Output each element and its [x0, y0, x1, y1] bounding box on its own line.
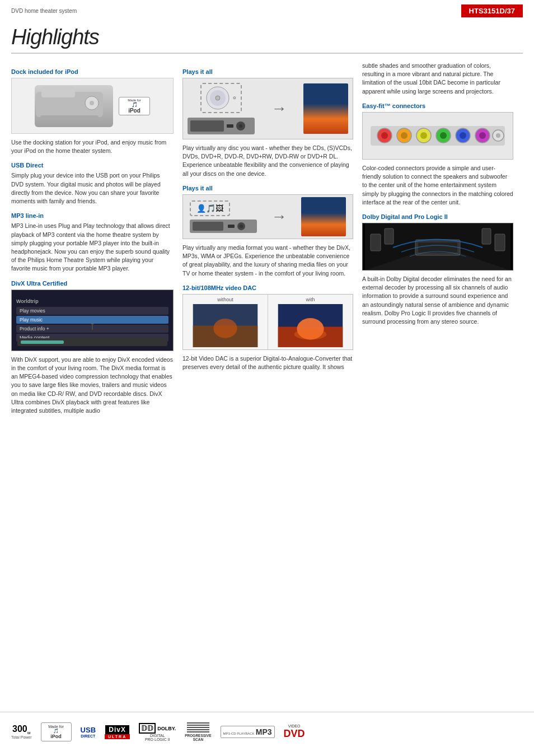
photo-icon: 🖼 [216, 204, 223, 213]
divx-body: With DivX support, you are able to enjoy… [11, 356, 174, 416]
dac-image: without with [182, 294, 353, 350]
svg-point-16 [240, 225, 243, 228]
mid-column: Plays it all ⊙ [182, 62, 353, 419]
svg-rect-51 [187, 731, 209, 732]
svg-point-7 [216, 96, 220, 100]
usb-direct-label: DIRECT [81, 734, 95, 738]
svg-point-24 [294, 329, 327, 339]
divx-logo-text: DivX [105, 725, 129, 734]
divx-title: DivX Ultra Certified [11, 280, 174, 287]
dock-ipod-body: Use the docking station for your iPod, a… [11, 138, 174, 155]
plays-all-2-body: Play virtually any media format you want… [182, 244, 353, 278]
media-dotted-box: 👤 🎵 🖼 [190, 200, 230, 216]
progressive-scan-text: PROGRESSIVESCAN [185, 734, 211, 741]
svg-rect-47 [187, 722, 209, 724]
dvd-main-text: DVD [284, 728, 305, 740]
mp3-line-in-body: MP3 Line-in uses Plug and Play technolog… [11, 222, 174, 273]
dac-with-label: with [306, 297, 315, 302]
ipod-made-for-badge: Made for 🎵 iPod [119, 97, 150, 115]
plays-all-1-body: Play virtually any disc you want - wheth… [182, 144, 353, 178]
svg-point-27 [381, 132, 388, 139]
svg-rect-42 [418, 242, 457, 253]
svg-point-33 [440, 132, 447, 139]
dock-ipod-title: Dock included for iPod [11, 68, 174, 75]
left-column: Dock included for iPod Ma [11, 62, 174, 419]
dac-continued-body: subtle shades and smoother graduation of… [362, 62, 513, 96]
music-icon: 🎵 [206, 204, 216, 213]
mp3-cd-playback-text: MP3-CD PLAYBACK [223, 732, 255, 735]
sunset-image-1 [303, 83, 348, 134]
footer: 300w Total Power Made for 🎵 iPod USB DIR… [0, 712, 534, 745]
dolby-dd-icon: 𝔻𝔻 [139, 723, 156, 734]
media-icons-container: 👤 🎵 🖼 [190, 200, 257, 233]
dolby-title: Dolby Digital and Pro Logic II [362, 213, 513, 220]
dac-without-svg [185, 304, 265, 347]
dac-title: 12-bit/108MHz video DAC [182, 284, 353, 291]
svg-rect-14 [193, 222, 223, 231]
connectors-svg [371, 118, 505, 154]
dolby-body: A built-in Dolby Digital decoder elimina… [362, 275, 513, 326]
progressive-lines [187, 722, 209, 732]
plays-all-2-image: 👤 🎵 🖼 → [182, 194, 353, 239]
plays-arrow-2: → [271, 208, 287, 226]
divx-item-1: Play movies [16, 307, 168, 315]
dolby-svg [365, 223, 510, 270]
svg-point-20 [213, 319, 237, 338]
svg-point-37 [479, 132, 486, 139]
svg-point-11 [239, 124, 242, 128]
right-column: subtle shades and smoother graduation of… [362, 62, 513, 419]
connectors-image [362, 112, 513, 160]
svg-rect-12 [227, 124, 233, 128]
footer-logo-300w: 300w Total Power [11, 719, 32, 745]
easy-fit-body: Color-coded connectors provide a simple … [362, 164, 513, 207]
dac-without-label: without [217, 297, 233, 302]
sunset-image-2 [301, 197, 346, 236]
plays-arrow-1: → [271, 100, 287, 118]
dolby-sub-text: DIGITALPRO LOGIC II [145, 734, 170, 741]
ipod-made-for-label: Made for [48, 725, 64, 729]
model-number: HTS3151D/37 [461, 4, 523, 17]
player-svg-2 [190, 220, 257, 233]
svg-rect-43 [371, 234, 381, 251]
disc-svg [206, 86, 229, 110]
footer-logo-progressive: PROGRESSIVESCAN [185, 722, 211, 741]
usb-direct-body: Simply plug your device into the USB por… [11, 171, 174, 206]
mp3-text: MP3 [256, 727, 272, 736]
dolby-text: DOLBY. [157, 726, 176, 731]
person-icon: 👤 [196, 204, 206, 213]
dvd-top-text: VIDEO [288, 724, 301, 728]
svg-point-4 [90, 101, 94, 105]
svg-rect-45 [495, 234, 505, 251]
dac-with: with [268, 295, 353, 349]
footer-logo-ipod: Made for 🎵 iPod [41, 722, 72, 741]
progressive-scan-svg [187, 722, 209, 732]
player-svg [188, 118, 255, 134]
svg-point-39 [496, 133, 500, 138]
title-section: Highlights [0, 20, 534, 62]
svg-point-35 [460, 132, 466, 139]
footer-logo-dolby: 𝔻𝔻 DOLBY. DIGITALPRO LOGIC II [139, 723, 176, 741]
divx-ultra-text: ULTRA [105, 734, 130, 739]
svg-point-31 [420, 132, 427, 139]
divx-up-arrow: ↑ [90, 318, 96, 333]
divx-progress-bar [17, 338, 167, 346]
disc-dotted-box: ⊙ [200, 83, 242, 113]
footer-logo-divx: DivX ULTRA [105, 725, 130, 739]
usb-logo-text: USB [81, 726, 96, 734]
dolby-logo-top: 𝔻𝔻 DOLBY. [139, 723, 176, 734]
svg-rect-48 [187, 725, 209, 726]
dac-without: without [183, 295, 268, 349]
svg-point-29 [401, 132, 407, 139]
divx-image: Worldtrip Play movies Play music Product… [11, 290, 174, 351]
svg-rect-49 [187, 727, 209, 728]
svg-rect-44 [385, 228, 394, 244]
disc-area: ⊙ [188, 83, 255, 134]
ipod-text: iPod [50, 734, 62, 739]
svg-rect-17 [228, 225, 235, 228]
plays-all-1-title: Plays it all [182, 68, 353, 75]
logo-300w-text: 300w [12, 725, 30, 735]
page: DVD home theater system HTS3151D/37 High… [0, 0, 534, 756]
plays-all-1-image: ⊙ → [182, 78, 353, 139]
dac-with-svg [270, 304, 350, 347]
footer-logo-mp3: MP3-CD PLAYBACK MP3 [221, 726, 275, 738]
